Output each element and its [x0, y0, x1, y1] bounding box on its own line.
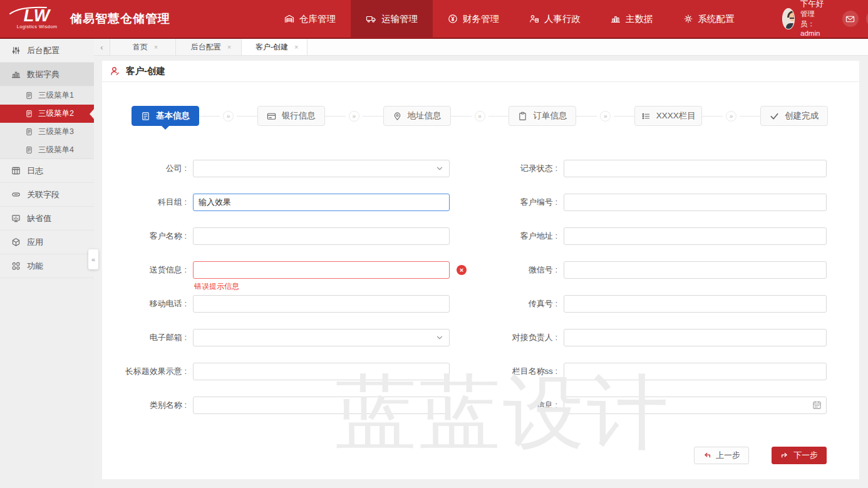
field-label: 记录状态 : — [450, 160, 564, 177]
email-select[interactable] — [193, 329, 450, 346]
step-create-complete[interactable]: 创建完成 — [760, 106, 828, 126]
customer-name-input[interactable] — [193, 227, 450, 245]
delivery-info-input[interactable] — [193, 261, 450, 279]
close-icon[interactable]: × — [294, 43, 298, 51]
sidebar-item-label: 三级菜单3 — [38, 127, 74, 137]
step-label: XXXX栏目 — [656, 110, 696, 122]
company-select[interactable] — [193, 160, 450, 177]
tab-customer-create[interactable]: 客户-创建 × — [242, 39, 307, 55]
step-label: 银行信息 — [282, 110, 316, 122]
email-select-input[interactable] — [193, 329, 450, 346]
arrow-back-icon — [703, 451, 711, 460]
sidebar-item-submenu-1[interactable]: 三级菜单1 — [0, 86, 94, 105]
step-connector: » — [199, 111, 257, 122]
user-role: 管理员：admin — [800, 9, 829, 39]
sidebar-item-submenu-2[interactable]: 三级菜单2 — [0, 105, 94, 123]
nav-settings[interactable]: 系统配置 — [668, 0, 750, 38]
nav-hr[interactable]: 人事行政 — [514, 0, 596, 38]
field-label: 微信号 : — [450, 261, 564, 279]
prev-step-button[interactable]: 上一步 — [694, 447, 749, 464]
mobile-phone-input[interactable] — [193, 295, 450, 313]
customer-number-input[interactable] — [564, 194, 827, 211]
step-connector: » — [451, 111, 509, 122]
doc-lines-icon — [141, 112, 150, 121]
map-pin-icon — [393, 112, 402, 121]
customer-address-input[interactable] — [564, 227, 827, 245]
step-order-info[interactable]: 订单信息 — [509, 106, 576, 126]
nav-masterdata[interactable]: 主数据 — [596, 0, 668, 38]
sidebar-item-backend-config[interactable]: 后台配置 — [0, 39, 94, 63]
sidebar-item-label: 后台配置 — [27, 45, 59, 56]
log-icon — [11, 166, 21, 175]
sidebar-item-functions[interactable]: 功能 — [0, 254, 94, 278]
bank-card-icon — [267, 112, 276, 121]
sidebar-item-submenu-4[interactable]: 三级菜单4 — [0, 141, 94, 159]
field-label: 科目组 : — [102, 194, 193, 211]
close-icon[interactable]: × — [154, 43, 158, 51]
step-basic-info[interactable]: 基本信息 — [132, 106, 199, 126]
sidebar-item-linked-fields[interactable]: 关联字段 — [0, 183, 94, 207]
content-card: 客户-创建 基本信息 » 银行信息 » 地址信息 » 订单信息 » — [102, 61, 859, 479]
field-label: 对接负责人 : — [450, 329, 564, 346]
grid-dots-icon — [11, 261, 21, 271]
calendar-icon[interactable] — [812, 400, 822, 410]
sidebar-collapse-handle[interactable]: « — [88, 249, 98, 269]
tab-label: 首页 — [133, 42, 148, 53]
sidebar-item-label: 日志 — [27, 165, 43, 177]
tab-bar: ‹ 首页 × 后台配置 × 客户-创建 × — [94, 39, 868, 56]
double-chevron-icon: » — [349, 111, 359, 122]
long-title-demo-input[interactable] — [193, 363, 450, 380]
sidebar-item-logs[interactable]: 日志 — [0, 159, 94, 183]
date-input[interactable] — [564, 397, 827, 414]
contact-person-input[interactable] — [564, 329, 827, 346]
error-message: 错误提示信息 — [194, 281, 239, 292]
column-name-input[interactable] — [564, 363, 827, 380]
user-info[interactable]: 下午好 管理员：admin — [782, 0, 829, 39]
app-header: LW Logistics Wisdom 储易智慧仓储管理 仓库管理 运输管理 财… — [0, 0, 868, 39]
sidebar-item-label: 功能 — [27, 261, 43, 272]
page-title: 客户-创建 — [126, 65, 165, 77]
fax-input[interactable] — [564, 295, 827, 313]
step-xxxx-column[interactable]: XXXX栏目 — [634, 106, 702, 126]
field-label: 移动电话 : — [102, 295, 193, 313]
field-label: 类别名称 : — [102, 397, 193, 414]
nav-label: 仓库管理 — [299, 13, 336, 25]
close-icon[interactable]: × — [227, 43, 231, 51]
sidebar-item-data-dictionary[interactable]: 数据字典 — [0, 63, 94, 86]
step-bank-info[interactable]: 银行信息 — [257, 106, 325, 126]
record-status-input[interactable] — [564, 160, 827, 177]
nav-label: 运输管理 — [381, 13, 418, 25]
sidebar-item-submenu-3[interactable]: 三级菜单3 — [0, 123, 94, 141]
nav-warehouse[interactable]: 仓库管理 — [269, 0, 351, 38]
chart-icon — [11, 70, 21, 79]
link-icon — [11, 190, 21, 199]
field-label: 客户名称 : — [102, 227, 193, 245]
step-connector: » — [325, 111, 383, 122]
tab-scroll-left-button[interactable]: ‹ — [94, 39, 110, 55]
field-label: 栏目名称ss : — [450, 363, 564, 380]
tab-home[interactable]: 首页 × — [110, 39, 176, 55]
tab-backend-config[interactable]: 后台配置 × — [176, 39, 242, 55]
next-step-button[interactable]: 下一步 — [772, 447, 827, 464]
sidebar-item-applications[interactable]: 应用 — [0, 231, 94, 254]
date-field[interactable] — [564, 397, 827, 414]
doc-icon — [25, 110, 33, 118]
app-logo: LW Logistics Wisdom 储易智慧仓储管理 — [0, 8, 188, 29]
sidebar-item-default-values[interactable]: 缺省值 — [0, 207, 94, 231]
subject-group-input[interactable] — [193, 194, 450, 211]
nav-finance[interactable]: 财务管理 — [433, 0, 514, 38]
step-address-info[interactable]: 地址信息 — [383, 106, 451, 126]
sidebar-item-label: 数据字典 — [27, 69, 59, 80]
double-chevron-icon: » — [726, 111, 736, 122]
mail-button[interactable] — [842, 11, 859, 27]
category-name-input[interactable] — [193, 397, 450, 414]
wechat-input[interactable] — [564, 261, 827, 279]
main-nav: 仓库管理 运输管理 财务管理 人事行政 主数据 系统配置 — [269, 0, 750, 38]
company-select-input[interactable] — [193, 160, 450, 177]
sidebar-item-label: 三级菜单1 — [38, 90, 74, 101]
nav-transport[interactable]: 运输管理 — [351, 0, 433, 38]
double-chevron-icon: » — [600, 111, 611, 122]
hr-icon — [529, 14, 539, 24]
step-label: 订单信息 — [533, 110, 567, 122]
step-label: 创建完成 — [785, 110, 819, 122]
